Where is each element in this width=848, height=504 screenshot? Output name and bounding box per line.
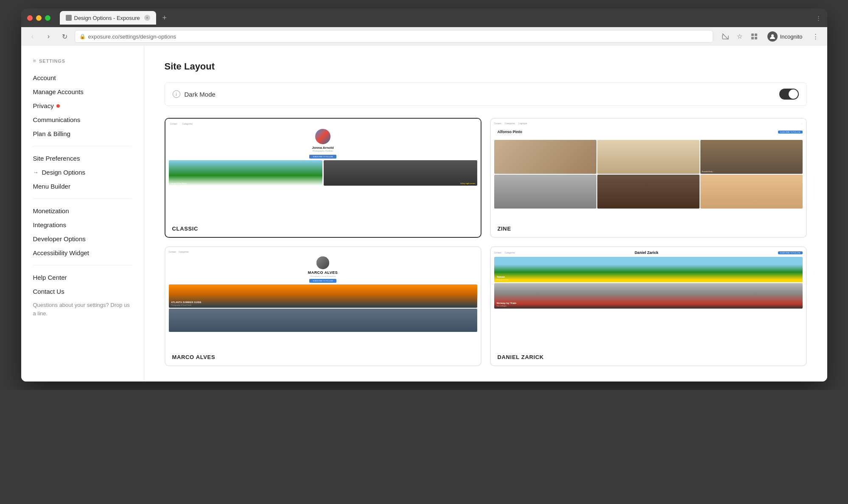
tab-close-button[interactable]: × [144, 15, 150, 21]
sidebar-item-integrations[interactable]: Integrations [21, 218, 144, 232]
daniel-photo-taiwan: Taiwan A day at a festival [494, 257, 803, 282]
classic-user-name: Jonna Arnold [312, 146, 333, 150]
daniel-mini-nav: Contact Categories Daniel Zarick SUBSCRI… [494, 251, 803, 255]
marco-label: MARCO ALVES [165, 349, 481, 365]
sidebar-item-plan-billing[interactable]: Plan & Billing [21, 127, 144, 141]
minimize-window-button[interactable] [36, 15, 42, 21]
classic-mini-nav: Contact Categories [169, 122, 477, 125]
toolbar-actions: ☆ [719, 30, 761, 43]
contact-description: Questions about your settings? Drop us a… [21, 298, 144, 320]
sidebar-item-label: Monetization [33, 207, 69, 214]
sidebar-item-label: Design Options [42, 169, 86, 176]
sidebar-item-manage-accounts[interactable]: Manage Accounts [21, 85, 144, 99]
marco-follow-btn: SUBSCRIBE TO FOLLOW [309, 279, 336, 283]
browser-menu-icon[interactable]: ⋮ [816, 15, 821, 21]
marco-photos: ATLANTA SUMMER GUIDE Photography & Visua… [169, 284, 477, 332]
classic-preview: Contact Categories Jonna Arnold Photogra… [165, 119, 481, 220]
classic-photo-2: LA by night seems [324, 160, 477, 186]
sidebar-item-contact-us[interactable]: Contact Us [21, 284, 144, 298]
daniel-label: DANIEL ZARICK [491, 349, 806, 365]
incognito-label: Incognito [780, 33, 803, 40]
zine-cell-1 [494, 140, 596, 174]
svg-rect-2 [755, 33, 757, 36]
sidebar-item-menu-builder[interactable]: Menu Builder [21, 179, 144, 193]
info-icon[interactable]: i [173, 90, 180, 98]
sidebar-item-label: Plan & Billing [33, 130, 70, 137]
sidebar-item-label: Contact Us [33, 288, 64, 295]
settings-section-label: ≡ SETTINGS [21, 58, 144, 71]
sidebar-item-privacy[interactable]: Privacy [21, 99, 144, 113]
sidebar-item-label: Integrations [33, 221, 66, 228]
daniel-caption-norway: Norway by Train Oslo to Bergen [497, 302, 516, 307]
zine-mini-nav: Contact Categories Logotype ··· [494, 122, 803, 125]
profile-avatar[interactable] [767, 31, 778, 42]
tab-title: Design Options - Exposure [74, 15, 140, 21]
sidebar-divider-2 [33, 198, 132, 199]
traffic-lights [27, 15, 50, 21]
sidebar-item-label: Accessibility Widget [33, 249, 90, 256]
star-icon[interactable]: ☆ [733, 30, 746, 43]
marco-caption: ATLANTA SUMMER GUIDE Photography & Visua… [171, 301, 202, 306]
sidebar-item-label: Help Center [33, 274, 67, 281]
svg-line-0 [722, 33, 728, 39]
daniel-preview: Contact Categories Daniel Zarick SUBSCRI… [491, 247, 806, 349]
daniel-photo-norway: Norway by Train Oslo to Bergen [494, 283, 803, 309]
back-button[interactable]: ‹ [26, 30, 39, 43]
sidebar-item-help-center[interactable]: Help Center [21, 270, 144, 284]
zine-cell-3: Roasted Early ··· [700, 140, 803, 174]
active-arrow-icon: → [33, 169, 39, 175]
zine-cell-5 [597, 175, 700, 209]
sidebar-item-site-preferences[interactable]: Site Preferences [21, 151, 144, 165]
daniel-caption-taiwan: Taiwan A day at a festival [497, 276, 508, 281]
sidebar-divider-3 [33, 265, 132, 265]
browser-menu-dots[interactable]: ⋮ [809, 30, 822, 43]
svg-rect-4 [755, 37, 757, 39]
marco-preview: Contact Categories MARCO ALVES Photograp… [165, 247, 481, 349]
refresh-button[interactable]: ↻ [59, 30, 71, 43]
dark-mode-toggle[interactable] [779, 89, 799, 100]
camera-off-icon[interactable] [719, 30, 732, 43]
layout-card-daniel[interactable]: Contact Categories Daniel Zarick SUBSCRI… [490, 246, 807, 366]
url-text: exposure.co/settings/design-options [88, 33, 176, 40]
sidebar-item-accessibility-widget[interactable]: Accessibility Widget [21, 246, 144, 260]
zine-grid: Roasted Early ··· [494, 140, 803, 209]
incognito-badge: Incognito [764, 30, 806, 43]
new-tab-button[interactable]: + [159, 12, 171, 24]
classic-follow-btn: SUBSCRIBE TO FOLLOW [309, 155, 336, 159]
extensions-icon[interactable] [748, 30, 761, 43]
daniel-site-name: Daniel Zarick [635, 251, 658, 255]
sidebar-item-account[interactable]: Account [21, 71, 144, 85]
sidebar-item-developer-options[interactable]: Developer Options [21, 232, 144, 246]
classic-photos: Lassen in the Winter LA by night seems [169, 160, 477, 186]
main-content: Site Layout i Dark Mode Contact Categori… [144, 46, 827, 381]
active-tab[interactable]: Design Options - Exposure × [60, 11, 156, 25]
layout-card-zine[interactable]: Contact Categories Logotype ··· Alfonso … [490, 118, 807, 238]
forward-button[interactable]: › [42, 30, 55, 43]
zine-cell-6 [700, 175, 803, 209]
zine-site-name: Alfonso Pinto [494, 126, 526, 137]
classic-caption-2: LA by night seems [460, 182, 475, 184]
sidebar-item-communications[interactable]: Communications [21, 113, 144, 127]
sidebar-item-design-options[interactable]: → Design Options [21, 165, 144, 179]
marco-avatar-wrap: MARCO ALVES Photography & Visual Storyte… [169, 256, 477, 277]
classic-avatar-wrap: Jonna Arnold Photography Portfolio [169, 129, 477, 152]
layout-card-marco[interactable]: Contact Categories MARCO ALVES Photograp… [165, 246, 481, 366]
marco-avatar [316, 256, 329, 269]
sidebar-item-label: Privacy [33, 102, 54, 109]
svg-rect-1 [751, 33, 754, 36]
layout-card-classic[interactable]: Contact Categories Jonna Arnold Photogra… [165, 118, 481, 238]
classic-caption-1: Lassen in the Winter [171, 182, 187, 184]
close-window-button[interactable] [27, 15, 33, 21]
marco-photo-full: ATLANTA SUMMER GUIDE Photography & Visua… [169, 284, 477, 308]
address-bar[interactable]: 🔒 exposure.co/settings/design-options [75, 30, 713, 43]
zine-label: ZINE [491, 220, 806, 237]
privacy-badge [56, 104, 60, 108]
sidebar-item-label: Menu Builder [33, 183, 70, 190]
tab-bar: Design Options - Exposure × + [60, 11, 812, 25]
marco-mini-nav: Contact Categories [169, 251, 477, 253]
classic-label: CLASSIC [165, 220, 481, 237]
browser-titlebar: Design Options - Exposure × + ⋮ [21, 8, 827, 27]
marco-photo-sm [169, 309, 477, 332]
maximize-window-button[interactable] [45, 15, 50, 21]
sidebar-item-monetization[interactable]: Monetization [21, 204, 144, 218]
